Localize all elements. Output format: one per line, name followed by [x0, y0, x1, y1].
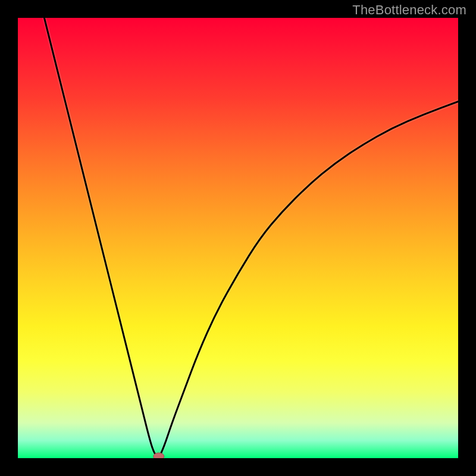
- chart-svg: [18, 18, 458, 458]
- watermark: TheBottleneck.com: [352, 2, 466, 18]
- plot-area: [18, 18, 458, 458]
- curve-highlight: [44, 18, 458, 458]
- chart-frame: TheBottleneck.com: [0, 0, 476, 476]
- bottleneck-curve: [44, 18, 458, 458]
- optimum-marker: [154, 453, 164, 458]
